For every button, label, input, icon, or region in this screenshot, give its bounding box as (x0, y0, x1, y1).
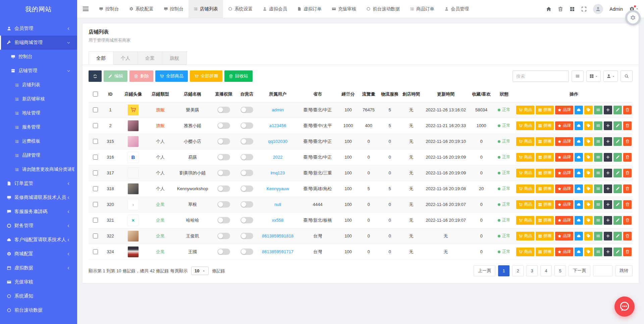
fulltext-search-button[interactable] (621, 70, 633, 82)
sidebar-item[interactable]: 会员管理 (0, 21, 77, 36)
self-operated-toggle[interactable] (240, 201, 253, 208)
clear-trash-button[interactable] (558, 6, 563, 12)
brand-button[interactable]: 品牌 (555, 153, 573, 162)
self-operated-toggle[interactable] (240, 233, 253, 239)
person-filter-button[interactable] (603, 70, 618, 82)
category-button[interactable] (594, 232, 602, 240)
self-operated-toggle[interactable] (240, 249, 253, 255)
goods-button[interactable]: 商品 (516, 137, 534, 146)
add-button[interactable] (604, 121, 612, 130)
delete-row-button[interactable] (623, 200, 632, 209)
sidebar-item[interactable]: 虚拟数据 (0, 261, 77, 275)
refresh-button[interactable] (89, 70, 102, 82)
category-button[interactable] (594, 106, 602, 114)
owner-user-link[interactable]: 2022 (273, 155, 283, 160)
filter-tab[interactable]: 全部 (89, 51, 113, 65)
store-home-button[interactable] (575, 248, 583, 256)
row-checkbox[interactable] (93, 233, 98, 238)
sidebar-item[interactable]: 控制台 (0, 50, 77, 64)
prev-page-button[interactable]: 上一頁 (474, 265, 495, 276)
table-row[interactable]: 324企業王國8613859591717台灣10000无无0正常商品拼團品牌 (89, 244, 633, 260)
category-button[interactable] (594, 184, 602, 193)
owner-user-link[interactable]: 8613859591717 (262, 249, 293, 254)
brand-button[interactable]: 品牌 (555, 184, 573, 193)
self-operated-toggle[interactable] (240, 122, 253, 129)
goods-button[interactable]: 商品 (516, 121, 534, 130)
store-home-button[interactable] (575, 153, 583, 162)
menu-toggle-button[interactable] (77, 0, 94, 18)
row-checkbox[interactable] (93, 107, 98, 112)
goods-button[interactable]: 商品 (516, 232, 534, 240)
live-permission-toggle[interactable] (217, 185, 230, 192)
owner-user-link[interactable]: admin (272, 107, 283, 112)
row-checkbox[interactable] (93, 170, 98, 175)
add-button[interactable] (604, 216, 612, 225)
coupon-button[interactable] (584, 232, 593, 240)
all-groupbuy-button[interactable]: 全部拼團 (190, 70, 222, 82)
delete-row-button[interactable] (623, 216, 632, 225)
table-row[interactable]: 321×企業哈哈哈xx558臺灣/新北/板橋10000无2022-11-16 2… (89, 212, 633, 228)
groupbuy-button[interactable]: 拼團 (536, 248, 554, 256)
coupon-button[interactable] (584, 216, 593, 225)
brand-button[interactable]: 品牌 (555, 121, 573, 130)
store-home-button[interactable] (575, 137, 583, 146)
goods-button[interactable]: 商品 (516, 169, 534, 177)
edit-row-button[interactable] (613, 121, 622, 130)
nav-tab[interactable]: 虚拟会员 (258, 0, 292, 18)
category-button[interactable] (594, 137, 602, 146)
live-permission-toggle[interactable] (217, 154, 230, 160)
delete-button[interactable]: 删除 (129, 70, 153, 82)
coupon-button[interactable] (584, 184, 593, 193)
page-button-4[interactable]: 4 (540, 265, 552, 276)
self-operated-toggle[interactable] (240, 170, 253, 176)
store-home-button[interactable] (575, 216, 583, 225)
sidebar-item[interactable]: 装修商城请联系技术人员 (0, 191, 77, 205)
sidebar-item[interactable]: 财务管理 (0, 219, 77, 233)
goods-button[interactable]: 商品 (516, 248, 534, 256)
store-home-button[interactable] (575, 121, 583, 130)
row-checkbox[interactable] (93, 139, 98, 144)
page-button-2[interactable]: 2 (512, 265, 524, 276)
row-checkbox[interactable] (93, 202, 98, 207)
delete-row-button[interactable] (623, 248, 632, 256)
store-home-button[interactable] (575, 200, 583, 209)
category-button[interactable] (594, 216, 602, 225)
sidebar-item[interactable]: 系统通知 (0, 289, 77, 303)
store-home-button[interactable] (575, 106, 583, 114)
nav-tab[interactable]: 虚拟订单 (292, 0, 327, 18)
nav-tab[interactable]: 充值审核 (327, 0, 361, 18)
coupon-button[interactable] (584, 169, 593, 177)
filter-tab[interactable]: 个人 (113, 51, 138, 65)
live-permission-toggle[interactable] (217, 201, 230, 208)
delete-row-button[interactable] (623, 137, 632, 146)
coupon-button[interactable] (584, 121, 593, 130)
goods-button[interactable]: 商品 (516, 153, 534, 162)
add-button[interactable] (604, 248, 612, 256)
edit-row-button[interactable] (613, 216, 622, 225)
brand-button[interactable]: 品牌 (555, 232, 573, 240)
filter-tab[interactable]: 企業 (138, 51, 162, 65)
self-operated-toggle[interactable] (240, 138, 253, 145)
coupon-button[interactable] (584, 106, 593, 114)
theme-settings-button[interactable] (625, 10, 641, 25)
edit-row-button[interactable] (613, 232, 622, 240)
add-button[interactable] (604, 137, 612, 146)
edit-row-button[interactable] (613, 137, 622, 146)
delete-row-button[interactable] (623, 169, 632, 177)
add-button[interactable] (604, 184, 612, 193)
edit-button[interactable]: 编辑 (104, 70, 127, 82)
self-operated-toggle[interactable] (240, 217, 253, 223)
add-button[interactable] (604, 232, 612, 240)
brand-button[interactable]: 品牌 (555, 200, 573, 209)
sidebar-item[interactable]: 服务管理 (0, 120, 77, 134)
self-operated-toggle[interactable] (240, 107, 253, 113)
table-row[interactable]: 322企業王俊凱8613859591818台灣10000无无0正常商品拼團品牌 (89, 228, 633, 244)
live-permission-toggle[interactable] (217, 217, 230, 223)
row-checkbox[interactable] (93, 123, 98, 128)
coupon-button[interactable] (584, 137, 593, 146)
sidebar-item[interactable]: 客服服务邀請碼 (0, 205, 77, 219)
sidebar-item[interactable]: 订单监管 (0, 176, 77, 191)
sidebar-item[interactable]: 客户端配置请联系技术人员 (0, 233, 77, 247)
next-page-button[interactable]: 下一頁 (569, 265, 590, 276)
category-button[interactable] (594, 169, 602, 177)
